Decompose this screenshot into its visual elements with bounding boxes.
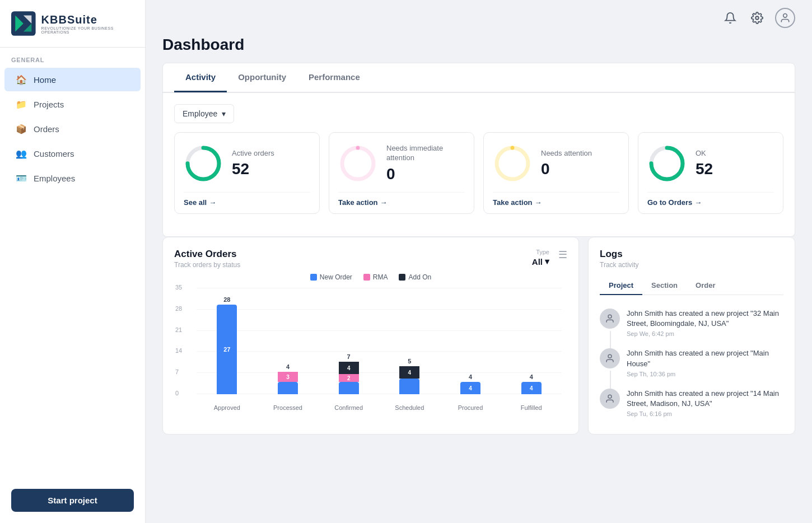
stat-cards-grid: Active orders 52 See all →	[174, 132, 783, 214]
log-content-1: John Smith has created a new project "Ma…	[627, 348, 783, 377]
sidebar: KBBSuite REVOLUTIONIZE YOUR BUSINESS OPE…	[0, 0, 146, 523]
app-name: KBBSuite	[41, 13, 134, 26]
bar-group-scheduled: 5 4	[379, 288, 440, 394]
stat-card-ok: OK 52 Go to Orders →	[638, 132, 783, 214]
log-text-1: John Smith has created a new project "Ma…	[627, 348, 783, 368]
logs-card: Logs Track activity Project Section Orde…	[588, 237, 795, 435]
sidebar-item-projects[interactable]: 📁 Projects	[4, 92, 141, 116]
log-time-1: Sep Th, 10:36 pm	[627, 371, 783, 377]
notifications-icon[interactable]	[721, 9, 739, 27]
log-item-2: John Smith has created a new project "14…	[600, 383, 783, 423]
chart-legend: New Order RMA Add On	[174, 273, 567, 281]
stat-card-active-orders: Active orders 52 See all →	[174, 132, 320, 214]
bars-container: 28 27 4	[197, 288, 562, 394]
chevron-down-icon: ▾	[545, 256, 549, 267]
donut-needs-immediate	[338, 144, 377, 183]
main-content: Dashboard Activity Opportunity Performan…	[146, 0, 812, 523]
tab-performance[interactable]: Performance	[297, 63, 371, 92]
tab-content-activity: Employee ▾ Active orders 52	[162, 93, 795, 237]
log-time-0: Sep We, 6:42 pm	[627, 330, 783, 337]
chart-menu-icon[interactable]: ☰	[558, 249, 567, 261]
x-axis-labels: Approved Processed Confirmed Scheduled P…	[197, 404, 562, 411]
top-bar	[146, 0, 812, 36]
stat-label-needs-immediate: Needs immediate attention	[386, 144, 465, 163]
stat-value-needs-immediate: 0	[386, 165, 465, 183]
type-value-selector[interactable]: All ▾	[532, 256, 549, 267]
bar-group-fulfilled: 4 4	[501, 288, 562, 394]
user-avatar[interactable]	[775, 8, 795, 28]
log-content-0: John Smith has created a new project "32…	[627, 309, 783, 337]
tab-activity[interactable]: Activity	[174, 63, 227, 92]
bar-group-processed: 4 3	[258, 288, 319, 394]
stat-label-ok: OK	[696, 149, 774, 158]
stat-value-ok: 52	[696, 160, 774, 178]
sidebar-item-customers[interactable]: 👥 Customers	[4, 142, 141, 165]
chevron-down-icon: ▾	[222, 109, 226, 118]
sidebar-item-orders-label: Orders	[34, 124, 59, 134]
stat-link-ok[interactable]: Go to Orders →	[647, 192, 774, 213]
log-item-0: John Smith has created a new project "32…	[600, 303, 783, 343]
tab-opportunity[interactable]: Opportunity	[227, 63, 297, 92]
legend-label-new-order: New Order	[320, 273, 352, 281]
filter-row: Employee ▾	[174, 104, 783, 123]
projects-icon: 📁	[16, 99, 27, 110]
logs-subtitle: Track activity	[600, 261, 783, 269]
stat-value-needs-attention: 0	[541, 160, 619, 178]
bar-group-approved: 28 27	[197, 288, 258, 394]
nav-section-label: GENERAL	[0, 48, 145, 67]
stat-link-needs-attention[interactable]: Take action →	[493, 192, 619, 213]
svg-point-10	[497, 148, 528, 179]
chart-title: Active Orders	[174, 249, 240, 260]
bar-group-confirmed: 7 2 4	[318, 288, 379, 394]
donut-ok	[647, 144, 687, 183]
chart-card: Active Orders Track orders by status Typ…	[162, 237, 579, 435]
bottom-section: Active Orders Track orders by status Typ…	[162, 237, 795, 435]
stat-link-needs-immediate[interactable]: Take action →	[338, 192, 465, 213]
sidebar-item-home[interactable]: 🏠 Home	[4, 68, 141, 91]
x-label-scheduled: Scheduled	[379, 404, 440, 411]
tabs-header: Activity Opportunity Performance	[163, 63, 795, 92]
x-label-procured: Procured	[440, 404, 501, 411]
log-time-2: Sep Tu, 6:16 pm	[627, 410, 783, 417]
arrow-right-icon: →	[209, 198, 216, 207]
log-content-2: John Smith has created a new project "14…	[627, 389, 783, 417]
employee-filter[interactable]: Employee ▾	[174, 104, 234, 123]
donut-needs-attention	[493, 144, 532, 183]
legend-dot-new-order	[310, 274, 317, 281]
x-label-fulfilled: Fulfilled	[501, 404, 562, 411]
tabs-container: Activity Opportunity Performance	[162, 63, 795, 93]
sidebar-item-orders[interactable]: 📦 Orders	[4, 117, 141, 141]
svg-point-8	[342, 148, 374, 179]
chart-subtitle: Track orders by status	[174, 261, 240, 269]
arrow-right-icon: →	[380, 198, 388, 207]
log-avatar-1	[600, 348, 620, 368]
sidebar-item-employees-label: Employees	[34, 174, 75, 183]
legend-new-order: New Order	[310, 273, 352, 281]
log-item-1: John Smith has created a new project "Ma…	[600, 343, 783, 382]
svg-point-16	[608, 395, 612, 398]
stat-card-needs-attention: Needs attention 0 Take action →	[483, 132, 629, 214]
sidebar-item-home-label: Home	[34, 75, 56, 85]
svg-point-4	[755, 16, 759, 20]
x-label-approved: Approved	[197, 404, 258, 411]
legend-rma: RMA	[363, 273, 388, 281]
x-label-confirmed: Confirmed	[318, 404, 379, 411]
logs-tab-order[interactable]: Order	[687, 277, 724, 295]
app-tagline: REVOLUTIONIZE YOUR BUSINESS OPERATIONS	[41, 26, 134, 34]
logs-tab-section[interactable]: Section	[642, 277, 687, 295]
sidebar-item-employees[interactable]: 🪪 Employees	[4, 166, 141, 190]
stat-value-active-orders: 52	[232, 160, 310, 178]
logs-tabs: Project Section Order	[600, 277, 783, 295]
stat-label-active-orders: Active orders	[232, 149, 310, 158]
start-project-button[interactable]: Start project	[11, 489, 134, 512]
logs-tab-project[interactable]: Project	[600, 277, 642, 295]
stat-link-active-orders[interactable]: See all →	[184, 192, 310, 213]
log-avatar-2	[600, 389, 620, 409]
nav-menu: GENERAL 🏠 Home 📁 Projects 📦 Orders 👥 Cus…	[0, 48, 145, 480]
type-label: Type	[536, 249, 549, 255]
svg-point-14	[608, 315, 612, 318]
employees-icon: 🪪	[16, 172, 27, 184]
settings-icon[interactable]	[748, 9, 766, 27]
svg-point-5	[783, 14, 787, 18]
log-text-2: John Smith has created a new project "14…	[627, 389, 783, 409]
